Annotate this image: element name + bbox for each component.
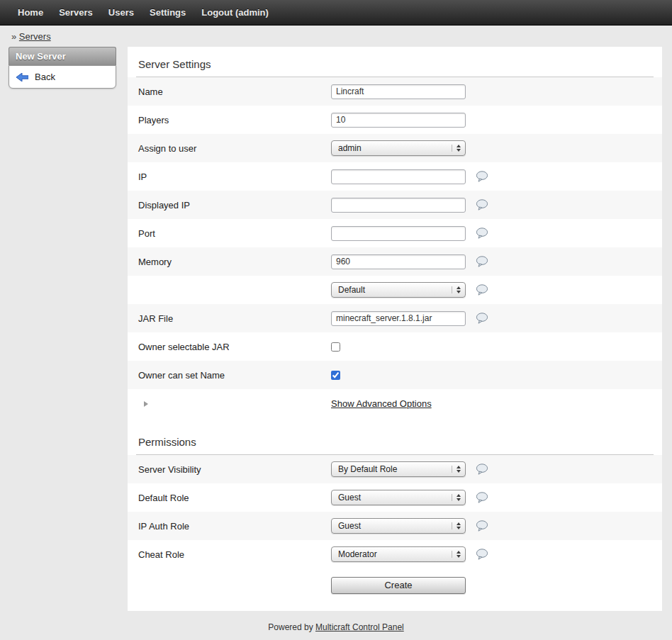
players-input[interactable] [331,113,466,128]
select-stepper-icon [452,522,461,529]
form-row-advanced-options: Show Advanced Options [128,389,662,417]
name-input[interactable] [331,84,466,99]
show-advanced-options-link[interactable]: Show Advanced Options [331,398,432,409]
top-nav: Home Servers Users Settings Logout (admi… [0,0,672,26]
form-row-cheat-role: Cheat Role Moderator [128,540,662,568]
help-icon[interactable] [476,313,488,324]
main-content: Server Settings Name Players Assign to u… [128,47,662,611]
back-arrow-icon [16,73,28,82]
page-layout: New Server Back Server Settings Name Pla… [0,47,672,611]
back-button[interactable]: Back [13,69,111,84]
field-label: Cheat Role [138,549,331,560]
nav-item-logout[interactable]: Logout (admin) [194,0,276,26]
help-icon[interactable] [476,464,488,475]
create-button[interactable]: Create [331,577,466,594]
form-row-players: Players [128,106,662,134]
field-label: Port [138,228,331,239]
field-label: Server Visibility [138,464,331,475]
help-icon[interactable] [476,228,488,239]
footer-link-multicraft[interactable]: Multicraft Control Panel [315,622,404,632]
select-stepper-icon [452,551,461,558]
field-label: Owner selectable JAR [138,342,331,352]
ip-input[interactable] [331,169,466,184]
field-label: Memory [138,257,331,267]
form-row-owner-can-set-name: Owner can set Name [128,361,662,389]
select-stepper-icon [452,466,461,473]
port-input[interactable] [331,226,466,241]
breadcrumb-symbol: » [11,31,16,42]
select-value: admin [338,143,362,153]
footer: Powered by Multicraft Control Panel [0,611,672,640]
nav-item-home[interactable]: Home [10,0,51,26]
breadcrumb-link-servers[interactable]: Servers [19,31,51,42]
field-label: Players [138,115,331,125]
select-value: Guest [338,521,361,531]
back-label: Back [35,72,55,82]
form-row-ip: IP [128,162,662,191]
form-row-owner-selectable-jar: Owner selectable JAR [128,332,662,361]
footer-text: Powered by [268,622,313,632]
select-value: Guest [338,493,361,503]
field-label: Displayed IP [138,200,331,210]
form-row-default-role: Default Role Guest [128,483,662,512]
select-stepper-icon [452,494,461,501]
form-row-displayed-ip: Displayed IP [128,191,662,219]
help-icon[interactable] [476,520,488,532]
permissions-rows: Server Visibility By Default Role Defaul… [128,455,662,568]
select-stepper-icon [452,286,461,293]
default-select[interactable]: Default [331,282,466,298]
cheat-role-select[interactable]: Moderator [331,546,466,562]
nav-item-servers[interactable]: Servers [51,0,101,26]
field-label: Assign to user [138,143,331,154]
form-row-memory: Memory [128,247,662,276]
disclosure-triangle-icon[interactable] [144,401,148,407]
nav-item-users[interactable]: Users [101,0,142,26]
default-role-select[interactable]: Guest [331,490,466,505]
nav-item-settings[interactable]: Settings [142,0,194,26]
form-row-jar-type: Default [128,276,662,304]
breadcrumb: » Servers [0,26,672,47]
ip-auth-role-select[interactable]: Guest [331,518,466,534]
select-value: By Default Role [338,464,397,474]
help-icon[interactable] [476,256,488,267]
assign-user-select[interactable]: admin [331,140,466,156]
select-stepper-icon [452,145,461,152]
sidebar: New Server Back [9,47,116,89]
form-row-ip-auth-role: IP Auth Role Guest [128,512,662,540]
field-label: IP Auth Role [138,521,331,532]
field-label: IP [138,172,331,182]
form-row-jar-file: JAR File [128,304,662,332]
server-settings-rows: Name Players Assign to user admin [128,77,662,417]
field-label: JAR File [138,313,331,324]
create-row: Create [128,568,662,601]
owner-selectable-jar-checkbox[interactable] [331,342,340,352]
sidebar-body: Back [9,65,116,89]
section-title-permissions: Permissions [136,417,654,455]
owner-can-set-name-checkbox[interactable] [331,371,340,380]
server-visibility-select[interactable]: By Default Role [331,461,466,477]
section-title-server-settings: Server Settings [136,47,654,77]
form-row-name: Name [128,77,662,106]
field-label [138,398,331,409]
form-row-assign-user: Assign to user admin [128,134,662,162]
help-icon[interactable] [476,171,488,182]
memory-input[interactable] [331,254,466,269]
help-icon[interactable] [476,199,488,210]
form-row-port: Port [128,219,662,247]
help-icon[interactable] [476,492,488,503]
select-value: Moderator [338,549,377,559]
displayed-ip-input[interactable] [331,198,466,213]
sidebar-title: New Server [9,47,116,65]
field-label: Owner can set Name [138,370,331,381]
help-icon[interactable] [476,549,488,560]
form-row-server-visibility: Server Visibility By Default Role [128,455,662,483]
select-value: Default [338,285,365,295]
field-label: Default Role [138,493,331,503]
jar-file-input[interactable] [331,311,466,326]
help-icon[interactable] [476,284,488,296]
field-label: Name [138,86,331,97]
